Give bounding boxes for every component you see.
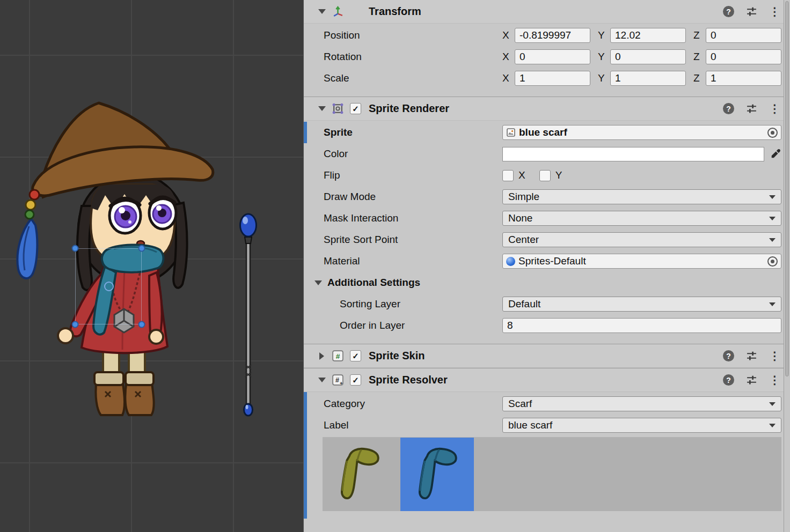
sprite-row: Sprite blue scarf [304,122,790,143]
component-enabled-checkbox[interactable]: ✓ [350,103,361,114]
dropdown-value: Default [508,298,540,310]
sprite-sort-point-row: Sprite Sort Point Center [304,229,790,250]
category-row: Category Scarf [304,393,790,415]
presets-icon[interactable] [746,103,757,114]
svg-text:+: + [340,380,343,386]
component-enabled-checkbox[interactable]: ✓ [350,374,361,386]
additional-settings-foldout[interactable]: Additional Settings [304,272,790,293]
foldout-expanded-icon[interactable] [318,106,326,111]
scale-x-field[interactable]: 1 [515,71,590,86]
selection-handle-top-right[interactable] [138,245,145,252]
sprite-sort-point-dropdown[interactable]: Center [502,232,781,247]
scrollbar-thumb[interactable] [785,1,789,376]
help-icon[interactable]: ? [723,374,734,386]
sprite-skin-icon: # [332,350,344,362]
material-label: Material [324,255,502,267]
draw-mode-row: Draw Mode Simple [304,186,790,208]
dropdown-value: Scarf [508,398,532,410]
sprite-resolver-icon: # + [332,374,344,386]
mask-interaction-label: Mask Interaction [324,212,502,224]
selection-pivot[interactable] [104,282,114,291]
sprite-renderer-component: ✓ Sprite Renderer ? ⋮ Sprite [304,97,790,344]
axis-label-y: Y [598,72,606,84]
object-picker-icon[interactable] [767,128,778,138]
foldout-expanded-icon[interactable] [318,9,326,14]
component-title: Transform [369,5,421,18]
component-title: Sprite Resolver [369,374,448,386]
label-dropdown[interactable]: blue scarf [502,418,781,433]
unity-editor: Transform ? ⋮ Position X -0.8199997 [0,0,790,532]
transform-header[interactable]: Transform ? ⋮ [304,0,790,24]
staff-sprite[interactable] [235,209,262,424]
chevron-down-icon [769,302,776,306]
foldout-collapsed-icon[interactable] [319,352,324,360]
dropdown-value: Center [508,234,539,246]
component-enabled-checkbox[interactable]: ✓ [350,350,361,361]
flip-y-checkbox[interactable] [539,170,551,181]
presets-icon[interactable] [746,350,757,361]
sprite-skin-header[interactable]: # ✓ Sprite Skin ? ⋮ [304,344,790,368]
dropdown-value: None [508,212,532,224]
material-value: Sprites-Default [518,255,764,267]
sorting-layer-dropdown[interactable]: Default [502,297,781,312]
sprite-icon [506,128,516,137]
flip-x-checkbox[interactable] [502,170,514,181]
override-indicator [304,122,307,143]
scale-label: Scale [324,72,502,84]
scene-view[interactable] [0,0,303,532]
help-icon[interactable]: ? [723,350,734,361]
draw-mode-dropdown[interactable]: Simple [502,189,781,204]
flip-label: Flip [324,169,502,181]
rotation-z-field[interactable]: 0 [706,49,781,64]
position-x-field[interactable]: -0.8199997 [515,28,590,43]
sprite-variant-blue-scarf[interactable] [400,438,474,511]
category-dropdown[interactable]: Scarf [502,396,781,411]
axis-label-z: Z [693,51,702,63]
foldout-expanded-icon[interactable] [318,378,326,382]
chevron-down-icon [769,424,776,427]
sorting-layer-label: Sorting Layer [340,298,502,310]
sprite-object-field[interactable]: blue scarf [502,125,781,140]
dropdown-value: Simple [508,191,539,203]
color-swatch[interactable] [502,147,764,161]
scale-y-field[interactable]: 1 [610,71,686,86]
sprite-resolver-header[interactable]: # + ✓ Sprite Resolver ? ⋮ [304,368,790,392]
scale-row: Scale X 1 Y 1 Z 1 [304,68,790,89]
position-label: Position [324,29,502,41]
selection-handle-top-left[interactable] [72,245,79,252]
inspector-scrollbar[interactable] [784,0,790,532]
chevron-down-icon [769,195,776,199]
help-icon[interactable]: ? [723,103,734,114]
sprite-variant-green-scarf[interactable] [323,438,396,511]
flip-x-label: X [518,169,525,181]
kebab-menu-icon[interactable]: ⋮ [769,374,780,386]
presets-icon[interactable] [746,374,757,386]
additional-settings-label: Additional Settings [327,277,420,289]
selection-handle-bottom-left[interactable] [72,321,79,328]
sprite-renderer-header[interactable]: ✓ Sprite Renderer ? ⋮ [304,97,790,121]
material-object-field[interactable]: Sprites-Default [502,254,781,269]
foldout-expanded-icon[interactable] [314,280,322,285]
eyedropper-icon[interactable] [770,148,781,160]
category-label: Category [324,398,502,410]
kebab-menu-icon[interactable]: ⋮ [769,103,780,114]
rotation-x-field[interactable]: 0 [515,49,590,64]
transform-icon [332,5,344,18]
sprite-label: Sprite [324,127,502,138]
scale-z-field[interactable]: 1 [706,71,781,86]
order-in-layer-field[interactable]: 8 [502,318,781,333]
presets-icon[interactable] [746,6,757,17]
axis-label-y: Y [598,51,606,63]
kebab-menu-icon[interactable]: ⋮ [769,6,780,17]
color-row: Color [304,143,790,165]
selection-handle-bottom-right[interactable] [138,321,145,328]
mask-interaction-dropdown[interactable]: None [502,211,781,226]
position-y-field[interactable]: 12.02 [610,28,686,43]
help-icon[interactable]: ? [723,6,734,17]
rotation-y-field[interactable]: 0 [610,49,686,64]
object-picker-icon[interactable] [767,256,778,267]
chevron-down-icon [769,217,776,220]
kebab-menu-icon[interactable]: ⋮ [769,350,780,361]
position-z-field[interactable]: 0 [706,28,781,43]
axis-label-x: X [502,51,511,63]
